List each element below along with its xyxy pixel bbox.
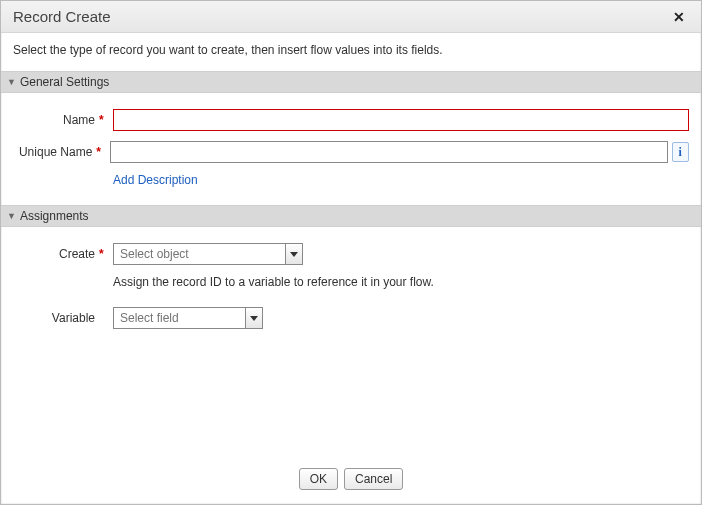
variable-combobox[interactable] bbox=[113, 307, 263, 329]
row-create: Create * bbox=[13, 243, 689, 265]
row-unique-name: Unique Name * i bbox=[13, 141, 689, 163]
row-variable: Variable bbox=[13, 307, 689, 329]
ok-button[interactable]: OK bbox=[299, 468, 338, 490]
section-header-assignments[interactable]: ▼ Assignments bbox=[1, 205, 701, 227]
required-marker: * bbox=[96, 145, 106, 159]
row-name: Name * bbox=[13, 109, 689, 131]
create-dropdown-button[interactable] bbox=[285, 243, 303, 265]
section-header-assignments-label: Assignments bbox=[20, 209, 89, 223]
assignments-helper-text: Assign the record ID to a variable to re… bbox=[113, 275, 689, 289]
chevron-down-icon: ▼ bbox=[7, 211, 16, 221]
required-marker: * bbox=[99, 247, 109, 261]
create-combobox[interactable] bbox=[113, 243, 303, 265]
section-header-general-label: General Settings bbox=[20, 75, 109, 89]
add-description-link[interactable]: Add Description bbox=[113, 173, 198, 187]
label-variable: Variable bbox=[13, 311, 99, 325]
caret-down-icon bbox=[250, 316, 258, 321]
label-create: Create bbox=[13, 247, 99, 261]
create-input[interactable] bbox=[113, 243, 285, 265]
info-icon[interactable]: i bbox=[672, 142, 689, 162]
button-bar: OK Cancel bbox=[1, 458, 701, 504]
label-name: Name bbox=[13, 113, 99, 127]
close-icon[interactable]: ✕ bbox=[669, 9, 689, 25]
variable-dropdown-button[interactable] bbox=[245, 307, 263, 329]
unique-name-input[interactable] bbox=[110, 141, 668, 163]
required-marker: * bbox=[99, 113, 109, 127]
section-body-general: Name * Unique Name * i Add Description bbox=[1, 93, 701, 205]
row-add-description: Add Description bbox=[13, 173, 689, 187]
chevron-down-icon: ▼ bbox=[7, 77, 16, 87]
titlebar: Record Create ✕ bbox=[1, 1, 701, 33]
dialog-description: Select the type of record you want to cr… bbox=[1, 33, 701, 71]
dialog-title: Record Create bbox=[13, 8, 111, 25]
variable-input[interactable] bbox=[113, 307, 245, 329]
record-create-dialog: Record Create ✕ Select the type of recor… bbox=[0, 0, 702, 505]
cancel-button[interactable]: Cancel bbox=[344, 468, 403, 490]
dialog-content: ▼ General Settings Name * Unique Name * … bbox=[1, 71, 701, 458]
caret-down-icon bbox=[290, 252, 298, 257]
name-input[interactable] bbox=[113, 109, 689, 131]
section-header-general[interactable]: ▼ General Settings bbox=[1, 71, 701, 93]
section-body-assignments: Create * Assign the record ID to a varia… bbox=[1, 227, 701, 347]
label-unique-name: Unique Name bbox=[13, 145, 96, 159]
